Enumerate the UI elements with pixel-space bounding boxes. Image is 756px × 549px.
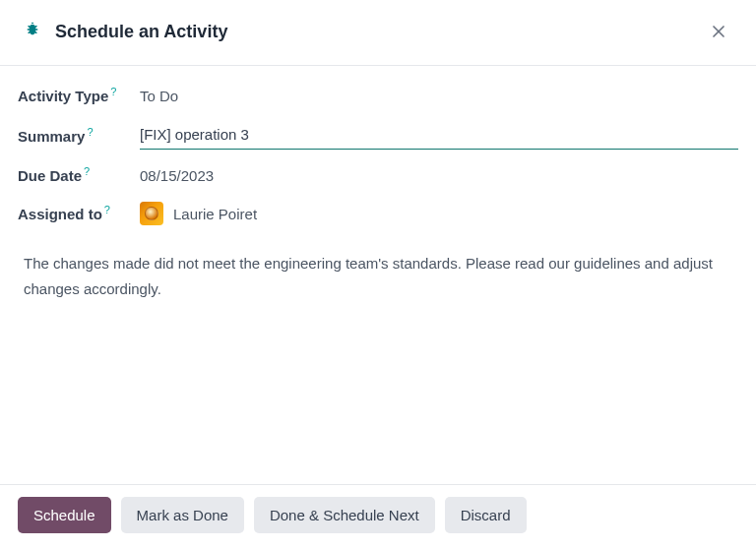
label-text: Summary xyxy=(18,128,85,145)
field-due-date: Due Date? 08/15/2023 xyxy=(18,167,738,184)
schedule-button[interactable]: Schedule xyxy=(18,497,111,533)
summary-input[interactable] xyxy=(140,122,738,150)
bug-icon xyxy=(24,21,41,42)
label-text: Activity Type xyxy=(18,88,108,104)
field-assigned-to: Assigned to? Laurie Poiret xyxy=(18,202,738,225)
modal-title: Schedule an Activity xyxy=(55,22,227,42)
label-text: Assigned to xyxy=(18,206,102,222)
discard-button[interactable]: Discard xyxy=(445,497,527,533)
assigned-to-value[interactable]: Laurie Poiret xyxy=(140,202,738,225)
label-text: Due Date xyxy=(18,167,82,184)
mark-done-button[interactable]: Mark as Done xyxy=(121,497,244,533)
assigned-to-label: Assigned to? xyxy=(18,206,140,222)
field-activity-type: Activity Type? To Do xyxy=(18,88,738,104)
assignee-name: Laurie Poiret xyxy=(173,206,257,222)
due-date-label: Due Date? xyxy=(18,167,140,184)
field-summary: Summary? xyxy=(18,122,738,150)
activity-type-value[interactable]: To Do xyxy=(140,88,738,104)
help-icon[interactable]: ? xyxy=(84,165,90,177)
modal-header: Schedule an Activity xyxy=(0,0,756,66)
done-schedule-next-button[interactable]: Done & Schedule Next xyxy=(254,497,435,533)
modal-body: Activity Type? To Do Summary? Due Date? … xyxy=(0,66,756,484)
close-button[interactable] xyxy=(705,18,732,45)
title-group: Schedule an Activity xyxy=(24,21,227,42)
help-icon[interactable]: ? xyxy=(87,126,93,138)
summary-label: Summary? xyxy=(18,128,140,145)
avatar xyxy=(140,202,163,225)
activity-type-label: Activity Type? xyxy=(18,88,140,104)
help-icon[interactable]: ? xyxy=(110,86,116,97)
help-icon[interactable]: ? xyxy=(104,204,110,215)
description-text[interactable]: The changes made did not meet the engine… xyxy=(18,243,738,301)
close-icon xyxy=(709,22,728,41)
modal-footer: Schedule Mark as Done Done & Schedule Ne… xyxy=(0,484,756,549)
due-date-value[interactable]: 08/15/2023 xyxy=(140,167,738,184)
